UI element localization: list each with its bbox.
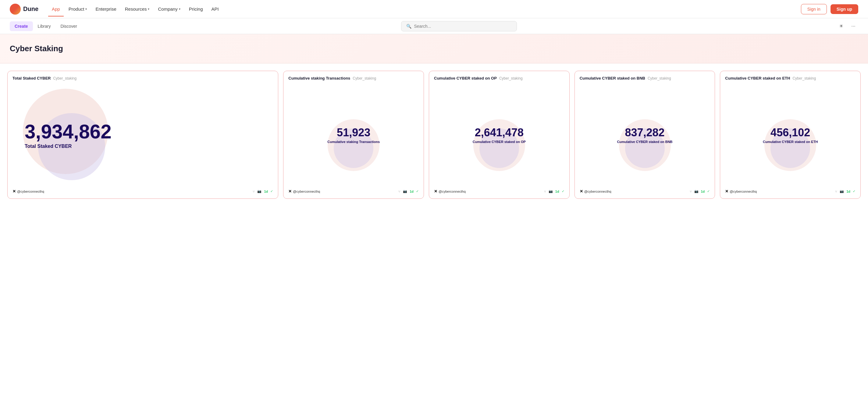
nav-enterprise[interactable]: Enterprise (92, 5, 120, 13)
card-subtitle-2: Cyber_staking (352, 76, 376, 81)
card-subtitle-4: Cyber_staking (648, 76, 671, 81)
stat-card-2: Cumulative staking Transactions Cyber_st… (283, 71, 424, 199)
card-user-2: ✕ @cyberconnecthq (288, 189, 320, 194)
nav-resources[interactable]: Resources ▾ (121, 5, 153, 13)
logo[interactable]: Dune (10, 4, 38, 14)
card-value-area-3: 2,641,478 Cumulative CYBER staked on OP (434, 84, 564, 187)
card-value-label-2: Cumulative staking Transactions (327, 140, 380, 144)
theme-toggle-button[interactable]: ☀ (836, 21, 846, 31)
card-user-1: ✕ @cyberconnecthq (12, 189, 44, 194)
search-box[interactable]: 🔍 (401, 21, 517, 31)
camera-icon-1[interactable]: 📷 (257, 189, 261, 193)
fork-icon-4[interactable]: ⑂ (690, 190, 692, 193)
card-title-5: Cumulative CYBER staked on ETH (725, 76, 790, 81)
card-title-4: Cumulative CYBER staked on BNB (580, 76, 645, 81)
card-actions-2: ⑂ 📷 1d ✓ (398, 189, 419, 193)
nav-app[interactable]: App (48, 5, 64, 13)
card-user-3: ✕ @cyberconnecthq (434, 189, 466, 194)
nav-api[interactable]: API (208, 5, 222, 13)
nav-left: Dune App Product ▾ Enterprise Resources … (10, 4, 222, 14)
card-title-row-2: Cumulative staking Transactions Cyber_st… (288, 76, 419, 81)
logo-text: Dune (23, 5, 38, 12)
fork-icon-2[interactable]: ⑂ (398, 190, 401, 193)
card-footer-4: ✕ @cyberconnecthq ⑂ 📷 1d ✓ (580, 189, 710, 194)
nav-pricing[interactable]: Pricing (185, 5, 207, 13)
check-icon-3: ✓ (562, 189, 564, 193)
subnav-center: 🔍 (82, 21, 836, 31)
subnav-tabs: Create Library Discover (10, 21, 82, 31)
fork-icon-5[interactable]: ⑂ (835, 190, 837, 193)
card-subtitle-3: Cyber_staking (499, 76, 523, 81)
card-title-2: Cumulative staking Transactions (288, 76, 350, 81)
card-value-label-4: Cumulative CYBER staked on BNB (617, 140, 672, 144)
stat-card-1: Total Staked CYBER Cyber_staking 3,934,8… (7, 71, 278, 199)
camera-icon-4[interactable]: 📷 (694, 189, 699, 193)
camera-icon-3[interactable]: 📷 (549, 189, 553, 193)
resources-chevron-icon: ▾ (148, 7, 149, 11)
product-chevron-icon: ▾ (85, 7, 87, 11)
card-main-value-3: 2,641,478 (475, 126, 524, 139)
fork-icon-1[interactable]: ⑂ (253, 190, 255, 193)
card-footer-3: ✕ @cyberconnecthq ⑂ 📷 1d ✓ (434, 189, 564, 194)
card-time-2: 1d (410, 190, 413, 193)
card-subtitle-5: Cyber_staking (793, 76, 816, 81)
card-title-3: Cumulative CYBER staked on OP (434, 76, 497, 81)
card-footer-5: ✕ @cyberconnecthq ⑂ 📷 1d ✓ (725, 189, 856, 194)
card-value-label-3: Cumulative CYBER staked on OP (473, 140, 526, 144)
card-time-3: 1d (555, 190, 559, 193)
logo-icon (10, 4, 21, 14)
x-icon-4: ✕ (580, 189, 583, 194)
card-subtitle-1: Cyber_staking (53, 76, 76, 81)
x-icon-5: ✕ (725, 189, 728, 194)
card-value-area-1: 3,934,862 Total Staked CYBER (12, 84, 273, 187)
card-main-value-4: 837,282 (625, 126, 664, 139)
search-icon: 🔍 (406, 24, 411, 29)
x-icon-2: ✕ (288, 189, 292, 194)
subnav-right: ☀ ··· (836, 21, 858, 31)
nav-links: App Product ▾ Enterprise Resources ▾ Com… (48, 5, 222, 13)
nav-company[interactable]: Company ▾ (154, 5, 184, 13)
camera-icon-5[interactable]: 📷 (840, 189, 844, 193)
card-title-row-1: Total Staked CYBER Cyber_staking (12, 76, 273, 81)
x-icon-3: ✕ (434, 189, 437, 194)
card-value-label-5: Cumulative CYBER staked on ETH (763, 140, 818, 144)
card-title-1: Total Staked CYBER (12, 76, 51, 81)
card-user-5: ✕ @cyberconnecthq (725, 189, 757, 194)
nav-right: Sign in Sign up (801, 4, 858, 14)
check-icon-2: ✓ (416, 189, 419, 193)
card-user-4: ✕ @cyberconnecthq (580, 189, 611, 194)
fork-icon-3[interactable]: ⑂ (544, 190, 546, 193)
card-value-label-1: Total Staked CYBER (25, 144, 72, 149)
camera-icon-2[interactable]: 📷 (403, 189, 407, 193)
stat-card-4: Cumulative CYBER staked on BNB Cyber_sta… (575, 71, 715, 199)
signup-button[interactable]: Sign up (831, 4, 858, 14)
x-icon-1: ✕ (12, 189, 16, 194)
check-icon-1: ✓ (270, 189, 273, 193)
tab-discover[interactable]: Discover (56, 21, 82, 31)
page-title: Cyber Staking (10, 44, 858, 53)
check-icon-5: ✓ (853, 189, 856, 193)
card-title-row-4: Cumulative CYBER staked on BNB Cyber_sta… (580, 76, 710, 81)
card-main-value-2: 51,923 (337, 126, 370, 139)
navbar: Dune App Product ▾ Enterprise Resources … (0, 0, 868, 18)
card-actions-5: ⑂ 📷 1d ✓ (835, 189, 856, 193)
stat-card-3: Cumulative CYBER staked on OP Cyber_stak… (429, 71, 569, 199)
card-footer-1: ✕ @cyberconnecthq ⑂ 📷 1d ✓ (12, 189, 273, 194)
card-time-1: 1d (264, 190, 268, 193)
subnav: Create Library Discover 🔍 ☀ ··· (0, 18, 868, 34)
stat-card-5: Cumulative CYBER staked on ETH Cyber_sta… (720, 71, 861, 199)
card-value-area-2: 51,923 Cumulative staking Transactions (288, 84, 419, 187)
tab-create[interactable]: Create (10, 21, 33, 31)
card-footer-2: ✕ @cyberconnecthq ⑂ 📷 1d ✓ (288, 189, 419, 194)
card-actions-1: ⑂ 📷 1d ✓ (253, 189, 273, 193)
more-options-button[interactable]: ··· (848, 21, 858, 31)
card-value-area-5: 456,102 Cumulative CYBER staked on ETH (725, 84, 856, 187)
hero-banner: Cyber Staking (0, 34, 868, 63)
card-time-4: 1d (701, 190, 705, 193)
signin-button[interactable]: Sign in (801, 4, 827, 14)
search-input[interactable] (414, 24, 512, 29)
nav-product[interactable]: Product ▾ (65, 5, 91, 13)
cards-section: Total Staked CYBER Cyber_staking 3,934,8… (0, 63, 868, 206)
tab-library[interactable]: Library (33, 21, 56, 31)
card-actions-3: ⑂ 📷 1d ✓ (544, 189, 564, 193)
